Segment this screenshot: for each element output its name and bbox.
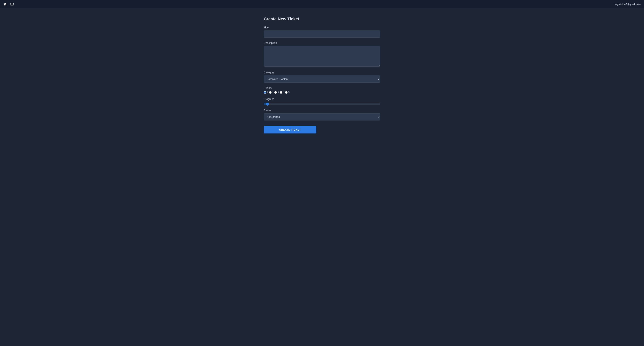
- priority-item-3[interactable]: 3: [274, 91, 279, 94]
- priority-label-1: 1: [267, 91, 268, 94]
- navbar-left: [4, 2, 14, 6]
- progress-slider[interactable]: [264, 104, 380, 104]
- priority-radio-4[interactable]: [280, 91, 282, 94]
- priority-radio-3[interactable]: [274, 91, 277, 94]
- priority-label-5: 5: [288, 91, 290, 94]
- category-group: Category Hardware Problem Software Probl…: [264, 71, 380, 83]
- home-icon[interactable]: [4, 2, 7, 6]
- priority-group: Priority 1 2 3 4: [264, 86, 380, 94]
- title-group: Title: [264, 26, 380, 38]
- priority-label: Priority: [264, 86, 380, 89]
- priority-item-5[interactable]: 5: [285, 91, 290, 94]
- priority-label-4: 4: [283, 91, 284, 94]
- main-content: Create New Ticket Title Description Cate…: [0, 0, 644, 145]
- priority-radio-group: 1 2 3 4 5: [264, 91, 380, 94]
- category-select[interactable]: Hardware Problem Software Problem Networ…: [264, 76, 380, 83]
- priority-radio-2[interactable]: [269, 91, 272, 94]
- ticket-icon[interactable]: [10, 2, 14, 6]
- navbar-user-email: segnitulu47@gmail.com: [614, 3, 640, 6]
- form-title: Create New Ticket: [264, 17, 380, 22]
- priority-radio-1[interactable]: [264, 91, 266, 94]
- status-select[interactable]: Not Started In Progress Completed On Hol…: [264, 113, 380, 120]
- form-container: Create New Ticket Title Description Cate…: [264, 13, 380, 145]
- description-group: Description: [264, 41, 380, 67]
- priority-item-1[interactable]: 1: [264, 91, 268, 94]
- status-group: Status Not Started In Progress Completed…: [264, 109, 380, 120]
- priority-item-4[interactable]: 4: [280, 91, 284, 94]
- navbar: segnitulu47@gmail.com: [0, 0, 644, 8]
- description-input[interactable]: [264, 46, 380, 67]
- priority-label-3: 3: [278, 91, 279, 94]
- description-label: Description: [264, 41, 380, 44]
- progress-label: Progress: [264, 97, 380, 101]
- progress-group: Progress: [264, 97, 380, 105]
- priority-label-2: 2: [272, 91, 274, 94]
- create-ticket-button[interactable]: CREATE TICKET: [264, 126, 316, 133]
- title-label: Title: [264, 26, 380, 29]
- priority-item-2[interactable]: 2: [269, 91, 274, 94]
- status-label: Status: [264, 109, 380, 112]
- category-label: Category: [264, 71, 380, 74]
- priority-radio-5[interactable]: [285, 91, 288, 94]
- title-input[interactable]: [264, 31, 380, 38]
